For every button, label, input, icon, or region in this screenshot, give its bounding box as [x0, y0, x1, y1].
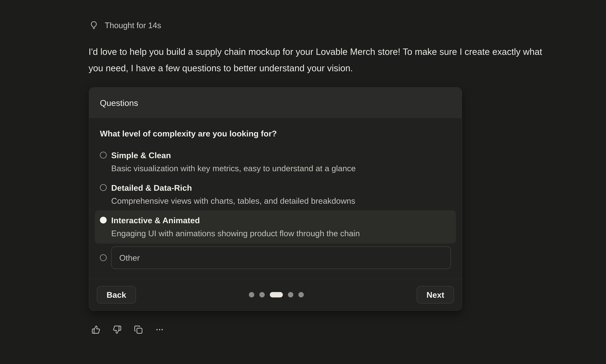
option-row-other[interactable] — [95, 243, 456, 273]
option-row[interactable]: Interactive & AnimatedEngaging UI with a… — [95, 210, 456, 244]
card-footer: Back Next — [89, 279, 462, 303]
thumbs-up-icon[interactable] — [91, 325, 100, 334]
back-button[interactable]: Back — [97, 286, 136, 303]
question-text: What level of complexity are you looking… — [100, 127, 451, 140]
option-label: Simple & Clean — [111, 149, 356, 162]
questions-card: Questions What level of complexity are y… — [89, 87, 462, 311]
option-row[interactable]: Detailed & Data-RichComprehensive views … — [95, 178, 456, 211]
other-input[interactable] — [111, 247, 451, 269]
lightbulb-icon — [89, 21, 98, 30]
option-description: Comprehensive views with charts, tables,… — [111, 194, 355, 207]
option-row[interactable]: Simple & CleanBasic visualization with k… — [95, 145, 456, 179]
option-content: Interactive & AnimatedEngaging UI with a… — [111, 214, 360, 240]
progress-dot — [288, 292, 293, 298]
card-body: What level of complexity are you looking… — [89, 119, 462, 273]
progress-dot — [249, 292, 254, 298]
radio-icon[interactable] — [100, 254, 107, 261]
card-title: Questions — [100, 98, 138, 108]
thought-label: Thought for 14s — [105, 21, 161, 30]
option-label: Detailed & Data-Rich — [111, 181, 355, 194]
progress-dot — [298, 292, 304, 298]
assistant-message: I'd love to help you build a supply chai… — [89, 44, 547, 76]
next-button[interactable]: Next — [417, 286, 454, 303]
message-actions — [91, 325, 164, 334]
thumbs-down-icon[interactable] — [113, 325, 122, 334]
radio-icon[interactable] — [100, 184, 107, 191]
option-content: Simple & CleanBasic visualization with k… — [111, 149, 356, 175]
more-options-icon[interactable] — [155, 325, 164, 334]
progress-dots — [249, 292, 304, 298]
option-label: Interactive & Animated — [111, 214, 360, 227]
option-description: Basic visualization with key metrics, ea… — [111, 162, 356, 175]
options-list: Simple & CleanBasic visualization with k… — [100, 145, 451, 273]
radio-icon[interactable] — [100, 152, 107, 158]
progress-dot — [259, 292, 265, 298]
copy-icon[interactable] — [134, 325, 143, 334]
thought-row[interactable]: Thought for 14s — [89, 21, 161, 30]
option-description: Engaging UI with animations showing prod… — [111, 227, 360, 240]
radio-selected-icon[interactable] — [100, 217, 107, 223]
progress-dot-active — [270, 292, 283, 298]
card-header: Questions — [89, 88, 462, 119]
option-content: Detailed & Data-RichComprehensive views … — [111, 181, 355, 207]
